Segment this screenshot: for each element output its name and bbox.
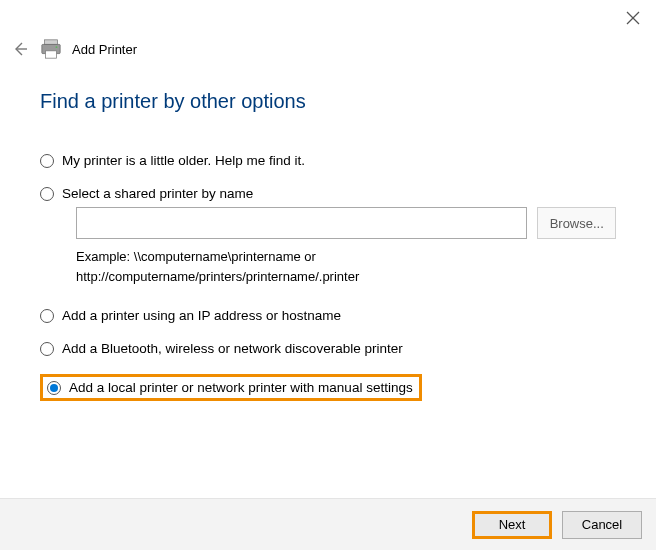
option-older-printer[interactable]: My printer is a little older. Help me fi… <box>40 153 616 168</box>
example-line-2: http://computername/printers/printername… <box>76 269 359 284</box>
wizard-title: Add Printer <box>72 42 137 57</box>
option-bluetooth-wireless[interactable]: Add a Bluetooth, wireless or network dis… <box>40 341 616 356</box>
option-label: Add a local printer or network printer w… <box>69 380 413 395</box>
dialog-footer: Next Cancel <box>0 498 656 550</box>
radio-icon[interactable] <box>40 342 54 356</box>
option-label: My printer is a little older. Help me fi… <box>62 153 305 168</box>
option-label: Select a shared printer by name <box>62 186 253 201</box>
next-button[interactable]: Next <box>472 511 552 539</box>
radio-icon[interactable] <box>40 154 54 168</box>
option-ip-address[interactable]: Add a printer using an IP address or hos… <box>40 308 616 323</box>
printer-icon <box>40 38 62 60</box>
example-text: Example: \\computername\printername or h… <box>76 247 616 286</box>
browse-button[interactable]: Browse... <box>537 207 616 239</box>
option-shared-printer[interactable]: Select a shared printer by name <box>40 186 616 201</box>
page-title: Find a printer by other options <box>40 90 616 113</box>
option-label: Add a Bluetooth, wireless or network dis… <box>62 341 403 356</box>
svg-rect-3 <box>45 40 58 45</box>
example-line-1: Example: \\computername\printername or <box>76 249 316 264</box>
svg-rect-5 <box>46 51 57 58</box>
close-icon[interactable] <box>626 11 640 25</box>
back-arrow-icon[interactable] <box>10 39 30 59</box>
option-manual-settings[interactable]: Add a local printer or network printer w… <box>40 374 422 401</box>
option-label: Add a printer using an IP address or hos… <box>62 308 341 323</box>
svg-point-6 <box>56 46 58 48</box>
wizard-header: Add Printer <box>0 36 656 66</box>
radio-icon[interactable] <box>40 187 54 201</box>
radio-icon[interactable] <box>47 381 61 395</box>
options-group: My printer is a little older. Help me fi… <box>40 153 616 401</box>
radio-icon[interactable] <box>40 309 54 323</box>
cancel-button[interactable]: Cancel <box>562 511 642 539</box>
shared-printer-input[interactable] <box>76 207 527 239</box>
